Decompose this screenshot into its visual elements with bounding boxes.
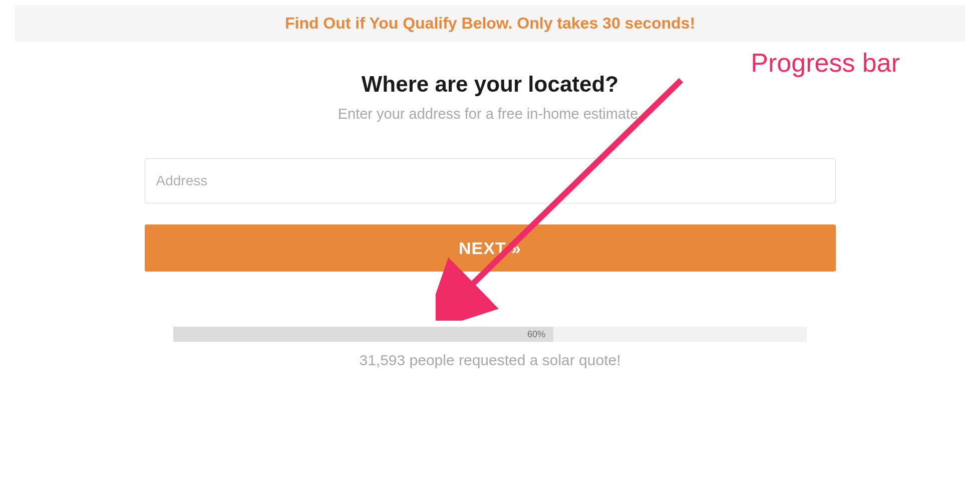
question-subtitle: Enter your address for a free in-home es… bbox=[0, 106, 980, 122]
form-wrapper: NEXT » bbox=[145, 158, 836, 272]
annotation-label: Progress bar bbox=[751, 48, 900, 78]
progress-percent-label: 60% bbox=[527, 329, 545, 340]
address-input[interactable] bbox=[145, 158, 836, 203]
qualify-banner: Find Out if You Qualify Below. Only take… bbox=[15, 5, 965, 42]
next-button[interactable]: NEXT » bbox=[145, 224, 836, 272]
main-content: Where are your located? Enter your addre… bbox=[0, 42, 980, 369]
progress-section: 60% 31,593 people requested a solar quot… bbox=[173, 327, 807, 369]
progress-bar: 60% bbox=[173, 327, 807, 342]
progress-bar-fill: 60% bbox=[173, 327, 553, 342]
banner-text: Find Out if You Qualify Below. Only take… bbox=[285, 14, 695, 32]
stats-text: 31,593 people requested a solar quote! bbox=[173, 352, 807, 369]
